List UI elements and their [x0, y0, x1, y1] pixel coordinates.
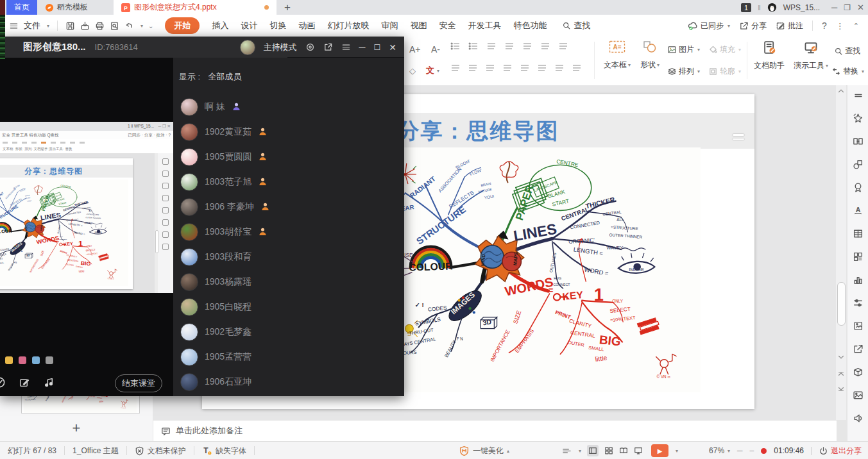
- menu-审阅[interactable]: 审阅: [381, 20, 398, 31]
- task-count-badge[interactable]: 1: [741, 3, 751, 12]
- file-menu[interactable]: 文件: [24, 20, 40, 31]
- hand-check-icon[interactable]: [0, 376, 6, 388]
- member-row[interactable]: 1903段和育: [173, 244, 404, 269]
- previous-slide-icon[interactable]: [837, 370, 845, 378]
- view-slideshow-icon[interactable]: [634, 446, 643, 455]
- speaker-icon[interactable]: [853, 413, 864, 424]
- minimize-button[interactable]: ─: [831, 3, 837, 12]
- beautify-button[interactable]: 一键美化 ▴: [459, 442, 509, 459]
- alignment-tool-icon[interactable]: [450, 63, 461, 72]
- comment-button[interactable]: 批注: [776, 21, 803, 31]
- menu-切换[interactable]: 切换: [269, 20, 286, 31]
- export-icon[interactable]: [80, 21, 90, 31]
- vertical-scrollbar[interactable]: [836, 85, 846, 420]
- scroll-down-icon[interactable]: [837, 353, 845, 361]
- paragraph-tool-icon[interactable]: [504, 42, 515, 51]
- menu-视图[interactable]: 视图: [410, 20, 427, 31]
- account-name[interactable]: WPS_15...: [783, 3, 820, 12]
- view-normal-icon[interactable]: [587, 445, 599, 456]
- zoom-slider[interactable]: –: [750, 446, 754, 455]
- menu-开发工具[interactable]: 开发工具: [468, 20, 501, 31]
- insert-picture-button[interactable]: 图片▾: [667, 44, 700, 55]
- present-tools-button[interactable]: 演示工具▾: [792, 40, 830, 71]
- table-icon[interactable]: [853, 228, 864, 239]
- member-row[interactable]: 1903胡舒宝: [173, 219, 404, 244]
- find-menu[interactable]: 查找: [562, 20, 590, 31]
- view-reading-icon[interactable]: [619, 446, 628, 455]
- overlay-collapse-handle[interactable]: [733, 134, 744, 140]
- paragraph-tool-icon[interactable]: [468, 42, 479, 51]
- next-slide-icon[interactable]: [837, 385, 845, 393]
- end-class-button[interactable]: 结束课堂: [115, 374, 162, 392]
- member-row[interactable]: 1906 李豪坤: [173, 194, 404, 219]
- font-grow-button[interactable]: A+: [409, 44, 421, 54]
- menu-特色功能[interactable]: 特色功能: [513, 20, 547, 31]
- insert-textbox-button[interactable]: A= 文本框▾: [600, 40, 634, 71]
- protection-status[interactable]: 文档未保护: [148, 446, 186, 456]
- alignment-tool-icon[interactable]: [502, 63, 513, 72]
- outline-button[interactable]: 轮廓▾: [708, 66, 741, 77]
- member-row[interactable]: 啊 妹: [173, 94, 404, 119]
- tab-document[interactable]: P 图形创意联想方式4.pptx: [114, 0, 277, 15]
- font-shrink-button[interactable]: A-: [431, 44, 440, 54]
- chart-icon[interactable]: [853, 274, 864, 285]
- tab-docer-templates[interactable]: 稻壳模板: [37, 0, 96, 15]
- scroll-up-icon[interactable]: [837, 87, 845, 95]
- find-button[interactable]: 查找: [834, 46, 860, 56]
- new-tab-button[interactable]: +: [277, 0, 298, 15]
- play-slideshow-button[interactable]: ▶: [651, 444, 668, 457]
- fill-button[interactable]: 填充▾: [708, 44, 741, 55]
- print-preview-icon[interactable]: [110, 21, 119, 31]
- layout-icon[interactable]: [853, 251, 864, 262]
- paragraph-tool-icon[interactable]: [540, 42, 550, 51]
- view-sorter-icon[interactable]: [604, 446, 613, 455]
- medal-icon[interactable]: [853, 182, 864, 193]
- alignment-tool-icon[interactable]: [468, 63, 478, 72]
- member-row[interactable]: 1803范子旭: [173, 169, 404, 194]
- annotate-icon[interactable]: [19, 377, 30, 388]
- undo-icon[interactable]: [124, 21, 134, 31]
- zoom-out-button[interactable]: ─: [737, 446, 743, 455]
- print-icon[interactable]: [95, 21, 105, 31]
- album-icon[interactable]: [853, 321, 864, 331]
- more-options-icon[interactable]: ⋮: [836, 21, 844, 31]
- member-row[interactable]: 1905孟营营: [173, 344, 404, 369]
- notes-bar[interactable]: 单击此处添加备注: [153, 420, 837, 441]
- paragraph-tool-icon[interactable]: [486, 42, 497, 51]
- scrollbar-thumb[interactable]: [837, 282, 846, 326]
- box-icon[interactable]: [853, 367, 864, 378]
- mindmap-image[interactable]: [384, 147, 701, 392]
- member-row[interactable]: 1902黄亚茹: [173, 119, 404, 144]
- member-filter-value[interactable]: 全部成员: [208, 71, 241, 83]
- menu-动画[interactable]: 动画: [298, 20, 315, 31]
- pinyin-tool[interactable]: 文▾: [426, 65, 439, 76]
- menu-开始[interactable]: 开始: [165, 17, 200, 34]
- menu-插入[interactable]: 插入: [212, 20, 228, 31]
- missing-font-status[interactable]: 缺失字体: [216, 446, 246, 456]
- image-icon[interactable]: [853, 390, 864, 401]
- panel-handle-icon[interactable]: [853, 90, 864, 101]
- member-row[interactable]: 1903杨露瑶: [173, 269, 404, 294]
- member-row[interactable]: 1905贾圆圆: [173, 144, 404, 169]
- replace-button[interactable]: 替换▾: [831, 66, 864, 77]
- screen-share-preview[interactable]: 1 ‖ WPS_15... ─ ❐ ✕ 安全 开发工具 特色功能 Q查找 已同步…: [0, 122, 173, 293]
- close-button[interactable]: ✕: [857, 3, 864, 12]
- add-slide-button[interactable]: +: [0, 420, 153, 437]
- member-row[interactable]: 1906石亚坤: [173, 369, 404, 394]
- alignment-tool-icon[interactable]: [554, 63, 565, 72]
- transition-icon[interactable]: [853, 136, 864, 147]
- save-icon[interactable]: [65, 21, 75, 31]
- sync-status[interactable]: 已同步▾: [688, 21, 730, 31]
- insert-shape-button[interactable]: 形状▾: [636, 40, 663, 71]
- zoom-level[interactable]: 67%▾: [709, 446, 730, 455]
- slide-counter[interactable]: 幻灯片 67 / 83: [8, 446, 56, 456]
- member-list[interactable]: 啊 妹1902黄亚茹1905贾圆圆1803范子旭1906 李豪坤1903胡舒宝1…: [173, 94, 404, 394]
- play-options-caret[interactable]: ▾: [676, 448, 678, 454]
- menu-幻灯片放映[interactable]: 幻灯片放映: [327, 20, 369, 31]
- qq-avatar[interactable]: [767, 3, 777, 12]
- format-eraser-icon[interactable]: ◇: [409, 66, 416, 76]
- alignment-tool-icon[interactable]: [520, 63, 530, 72]
- effects-star-icon[interactable]: [853, 113, 864, 124]
- wordart-icon[interactable]: A: [853, 205, 864, 216]
- doc-assistant-button[interactable]: 文档助手: [752, 40, 787, 71]
